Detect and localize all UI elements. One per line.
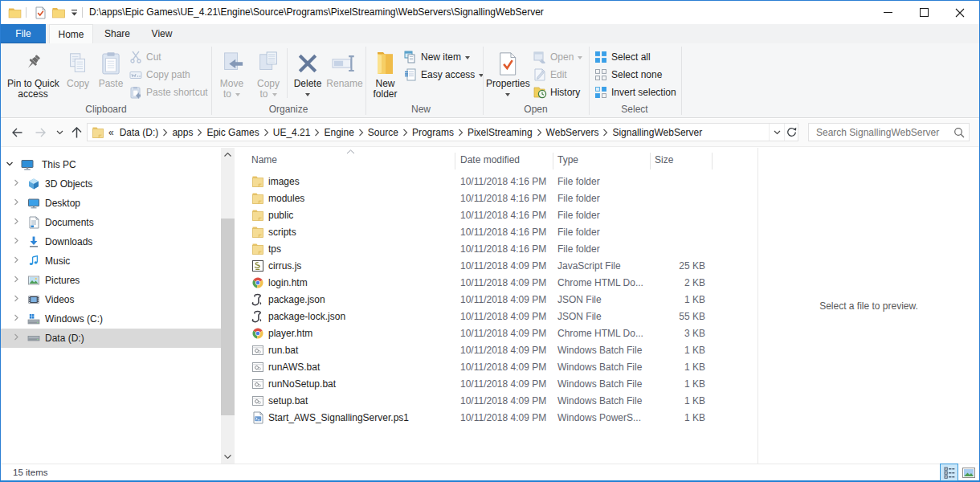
file-icon (251, 175, 264, 188)
chevron-collapsed-icon[interactable] (12, 179, 22, 189)
history-button[interactable]: History (533, 84, 580, 101)
breadcrumb-item[interactable]: Source (354, 124, 398, 141)
file-row[interactable]: scripts 10/11/2018 4:16 PM File folder (241, 223, 758, 240)
chevron-collapsed-icon[interactable] (12, 295, 22, 304)
maximize-button[interactable] (905, 1, 943, 24)
search-box (808, 123, 970, 141)
search-icon[interactable] (953, 127, 965, 138)
file-row[interactable]: login.htm 10/11/2018 4:09 PM Chrome HTML… (241, 274, 758, 291)
ribbon-group-separator (365, 47, 366, 115)
breadcrumb-item[interactable]: UE_4.21 (259, 124, 311, 141)
breadcrumb-item[interactable]: Programs (398, 124, 454, 141)
breadcrumb-item[interactable]: WebServers (533, 124, 599, 141)
sidebar-item[interactable]: Videos (1, 290, 221, 309)
new-item-button[interactable]: New item (404, 48, 470, 66)
breadcrumb-item[interactable]: Data (D:) (114, 124, 159, 141)
chevron-collapsed-icon[interactable] (12, 237, 22, 247)
large-icons-view-button[interactable] (959, 464, 978, 481)
breadcrumb-item[interactable]: SignallingWebServer (598, 124, 702, 141)
column-separator[interactable] (455, 153, 455, 170)
sidebar-item[interactable]: Downloads (1, 232, 221, 251)
file-row[interactable]: package-lock.json 10/11/2018 4:09 PM JSO… (241, 308, 758, 325)
tab-view[interactable]: View (141, 24, 182, 43)
chevron-collapsed-icon[interactable] (12, 218, 22, 227)
file-row[interactable]: player.htm 10/11/2018 4:09 PM Chrome HTM… (241, 325, 758, 341)
sidebar-item-this-pc[interactable]: This PC (1, 155, 221, 174)
chevron-collapsed-icon[interactable] (12, 276, 22, 285)
breadcrumb-item[interactable]: apps (158, 124, 193, 141)
breadcrumb-separator-icon (598, 129, 612, 137)
file-row[interactable]: images 10/11/2018 4:16 PM File folder (241, 173, 758, 190)
column-separator[interactable] (553, 153, 553, 170)
tab-share[interactable]: Share (96, 24, 138, 43)
tab-file[interactable]: File (1, 24, 46, 43)
scrollbar-thumb[interactable] (221, 219, 235, 415)
file-row[interactable]: public 10/11/2018 4:16 PM File folder (241, 206, 758, 223)
new-folder-icon (374, 48, 397, 79)
file-row[interactable]: run.bat 10/11/2018 4:09 PM Windows Batch… (241, 341, 758, 358)
file-row[interactable]: Start_AWS_SignallingServer.ps1 10/11/201… (241, 409, 758, 426)
sidebar-item[interactable]: Desktop (1, 194, 221, 213)
file-row[interactable]: setup.bat 10/11/2018 4:09 PM Windows Bat… (241, 392, 758, 409)
pin-to-quick-access-button[interactable]: Pin to Quick access (7, 48, 59, 100)
chevron-expanded-icon[interactable] (6, 160, 15, 170)
up-button[interactable] (67, 122, 86, 143)
delete-button[interactable]: Delete (288, 48, 327, 100)
select-all-button[interactable]: Select all (594, 48, 651, 66)
refresh-button[interactable] (784, 124, 798, 141)
file-row[interactable]: package.json 10/11/2018 4:09 PM JSON Fil… (241, 291, 758, 308)
qat-new-folder-button[interactable] (51, 1, 65, 24)
sidebar-item-icon (27, 216, 40, 229)
breadcrumb-item[interactable]: PixelStreaming (454, 124, 533, 141)
column-header-size[interactable]: Size (655, 149, 673, 170)
sidebar-scrollbar[interactable] (221, 148, 235, 464)
invert-selection-button[interactable]: Invert selection (594, 84, 676, 101)
edit-button: Edit (533, 66, 567, 84)
properties-button[interactable]: Properties (486, 48, 529, 100)
qat-properties-button[interactable] (34, 1, 47, 24)
search-input[interactable] (809, 124, 953, 141)
ribbon-group-separator (211, 47, 212, 115)
address-folder-icon (92, 126, 103, 138)
sidebar-item[interactable]: Documents (1, 213, 221, 232)
scroll-up-icon[interactable] (221, 148, 235, 161)
column-separator[interactable] (712, 153, 713, 170)
sidebar-item[interactable]: Windows (C:) (1, 309, 221, 329)
address-dropdown-button[interactable] (769, 124, 784, 141)
column-header-name[interactable]: Name (251, 149, 277, 170)
forward-button (31, 122, 50, 143)
file-row[interactable]: cirrus.js 10/11/2018 4:09 PM JavaScript … (241, 257, 758, 274)
file-row[interactable]: runAWS.bat 10/11/2018 4:09 PM Windows Ba… (241, 358, 758, 375)
sidebar-item[interactable]: Music (1, 251, 221, 271)
sidebar-item[interactable]: Pictures (1, 271, 221, 290)
easy-access-button[interactable]: Easy access (404, 66, 484, 84)
select-none-button[interactable]: Select none (594, 66, 662, 84)
file-row[interactable]: runNoSetup.bat 10/11/2018 4:09 PM Window… (241, 375, 758, 392)
chevron-collapsed-icon[interactable] (12, 314, 22, 324)
qat-customize-button[interactable] (69, 1, 79, 24)
chevron-collapsed-icon[interactable] (12, 198, 22, 208)
address-bar[interactable]: « Data (D:) apps Epic Games UE_4.21 (87, 123, 798, 141)
new-folder-button[interactable]: New folder (367, 48, 403, 100)
file-row[interactable]: modules 10/11/2018 4:16 PM File folder (241, 190, 758, 206)
back-button[interactable] (7, 122, 27, 143)
scroll-down-icon[interactable] (221, 450, 235, 464)
breadcrumb-overflow-icon[interactable]: « (108, 127, 114, 138)
chevron-collapsed-icon[interactable] (12, 256, 22, 266)
close-button[interactable] (941, 1, 978, 24)
column-header-type[interactable]: Type (557, 149, 578, 170)
sidebar-item[interactable]: Data (D:) (1, 329, 221, 348)
recent-locations-button[interactable] (54, 122, 66, 143)
sidebar-item[interactable]: 3D Objects (1, 174, 221, 194)
breadcrumb-item[interactable]: Engine (310, 124, 353, 141)
minimize-button[interactable] (869, 1, 907, 24)
properties-icon (499, 48, 517, 79)
details-view-button[interactable] (940, 464, 958, 481)
column-separator[interactable] (650, 153, 651, 170)
file-row[interactable]: tps 10/11/2018 4:16 PM File folder (241, 240, 758, 257)
tab-home[interactable]: Home (49, 24, 93, 43)
ribbon-group-separator (483, 47, 484, 115)
column-header-date[interactable]: Date modified (460, 149, 520, 170)
breadcrumb-item[interactable]: Epic Games (193, 124, 259, 141)
chevron-collapsed-icon[interactable] (12, 333, 22, 343)
